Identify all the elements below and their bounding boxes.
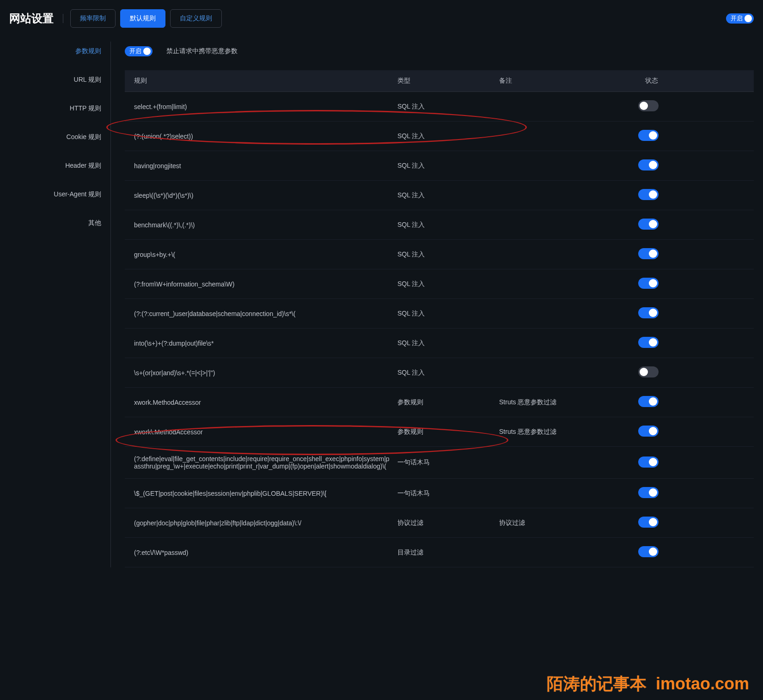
cell-type: SQL 注入	[397, 369, 499, 377]
th-status: 状态	[629, 77, 675, 85]
row-toggle[interactable]	[638, 457, 659, 468]
sidebar-item-0[interactable]: 参数规则	[9, 42, 110, 61]
watermark-left: 陌涛的记事本	[547, 673, 647, 695]
table-row: xwork.MethodAccessor参数规则Struts 恶意参数过滤	[125, 388, 754, 417]
row-toggle[interactable]	[638, 189, 659, 200]
cell-type: SQL 注入	[397, 339, 499, 347]
toggle-knob	[640, 368, 648, 376]
cell-type: 一句话木马	[397, 458, 499, 467]
row-toggle[interactable]	[638, 219, 659, 230]
watermark: 陌涛的记事本 imotao.com	[547, 673, 749, 695]
row-toggle[interactable]	[638, 366, 659, 377]
cell-rule: select.+(from|limit)	[134, 103, 397, 110]
cell-type: 参数规则	[397, 428, 499, 436]
row-toggle[interactable]	[638, 546, 659, 557]
cell-status	[629, 130, 675, 142]
cell-status	[629, 159, 675, 172]
row-toggle[interactable]	[638, 426, 659, 437]
toggle-knob	[143, 48, 151, 55]
toggle-knob	[649, 220, 657, 228]
row-toggle[interactable]	[638, 396, 659, 407]
row-toggle[interactable]	[638, 487, 659, 498]
row-toggle[interactable]	[638, 278, 659, 289]
cell-type: 目录过滤	[397, 548, 499, 557]
toggle-knob	[649, 131, 657, 140]
th-rule: 规则	[134, 77, 397, 85]
sidebar-item-1[interactable]: URL 规则	[9, 70, 110, 90]
table-row: (?:from\W+information_schema\W)SQL 注入	[125, 269, 754, 299]
table-row: (?:(union(.*?)select))SQL 注入	[125, 122, 754, 151]
section-toggle[interactable]: 开启	[125, 46, 153, 56]
toggle-knob	[649, 161, 657, 169]
row-toggle[interactable]	[638, 307, 659, 318]
row-toggle[interactable]	[638, 100, 659, 111]
tab-1[interactable]: 默认规则	[120, 9, 165, 28]
cell-status	[629, 366, 675, 379]
toggle-knob	[649, 279, 657, 287]
cell-rule: (?:(?:current_)user|database|schema|conn…	[134, 310, 397, 317]
sidebar-item-6[interactable]: 其他	[9, 213, 110, 233]
cell-type: SQL 注入	[397, 103, 499, 111]
cell-note: 协议过滤	[499, 519, 629, 527]
toggle-knob	[649, 397, 657, 406]
toggle-knob	[649, 518, 657, 526]
sidebar-item-3[interactable]: Cookie 规则	[9, 128, 110, 147]
cell-status	[629, 426, 675, 438]
cell-status	[629, 457, 675, 469]
tab-0[interactable]: 频率限制	[70, 9, 116, 28]
table-row: select.+(from|limit)SQL 注入	[125, 92, 754, 122]
table-row: \s+(or|xor|and)\s+.*(=|<|>|'|")SQL 注入	[125, 358, 754, 388]
section-description: 禁止请求中携带恶意参数	[166, 47, 238, 55]
toggle-knob	[649, 309, 657, 317]
cell-status	[629, 100, 675, 113]
cell-rule: (?:define|eval|file_get_contents|include…	[134, 455, 397, 470]
row-toggle[interactable]	[638, 248, 659, 259]
global-toggle[interactable]: 开启	[726, 13, 754, 24]
row-toggle[interactable]	[638, 159, 659, 170]
th-type: 类型	[397, 77, 499, 85]
cell-rule: (?:(union(.*?)select))	[134, 133, 397, 140]
cell-rule: sleep\((\s*)(\d*)(\s*)\)	[134, 192, 397, 199]
toggle-knob	[649, 250, 657, 258]
row-toggle[interactable]	[638, 130, 659, 141]
cell-note: Struts 恶意参数过滤	[499, 398, 629, 407]
page-title: 网站设置	[9, 11, 54, 26]
cell-note: Struts 恶意参数过滤	[499, 428, 629, 436]
sidebar-item-2[interactable]: HTTP 规则	[9, 99, 110, 118]
cell-status	[629, 487, 675, 499]
cell-rule: group\s+by.+\(	[134, 251, 397, 258]
tab-2[interactable]: 自定义规则	[170, 9, 222, 28]
toggle-label: 开启	[129, 47, 141, 55]
table-row: sleep\((\s*)(\d*)(\s*)\)SQL 注入	[125, 181, 754, 210]
cell-type: 协议过滤	[397, 519, 499, 527]
cell-rule: (?:etc\/\W*passwd)	[134, 549, 397, 556]
toggle-knob	[649, 338, 657, 347]
table-row: \$_(GET|post|cookie|files|session|env|ph…	[125, 479, 754, 508]
toggle-label: 开启	[731, 14, 743, 23]
row-toggle[interactable]	[638, 337, 659, 348]
cell-rule: having|rongjitest	[134, 162, 397, 170]
cell-type: 一句话木马	[397, 489, 499, 498]
cell-status	[629, 278, 675, 290]
sidebar-item-4[interactable]: Header 规则	[9, 156, 110, 176]
cell-type: SQL 注入	[397, 310, 499, 318]
table-row: benchmark\((.*)\,(.*)\)SQL 注入	[125, 210, 754, 240]
sidebar-item-5[interactable]: User-Agent 规则	[9, 185, 110, 204]
cell-status	[629, 517, 675, 529]
table-row: xwork\.MethodAccessor参数规则Struts 恶意参数过滤	[125, 417, 754, 447]
cell-status	[629, 396, 675, 408]
cell-rule: \s+(or|xor|and)\s+.*(=|<|>|'|")	[134, 369, 397, 377]
toggle-knob	[640, 102, 648, 110]
row-toggle[interactable]	[638, 517, 659, 528]
toggle-knob	[745, 15, 752, 22]
table-row: into(\s+)+(?:dump|out)file\s*SQL 注入	[125, 329, 754, 358]
toggle-knob	[649, 488, 657, 497]
table-row: (?:etc\/\W*passwd)目录过滤	[125, 538, 754, 567]
toggle-knob	[649, 458, 657, 466]
cell-status	[629, 546, 675, 559]
cell-type: SQL 注入	[397, 191, 499, 200]
table-row: (?:(?:current_)user|database|schema|conn…	[125, 299, 754, 329]
cell-type: SQL 注入	[397, 221, 499, 229]
cell-status	[629, 307, 675, 320]
cell-rule: (?:from\W+information_schema\W)	[134, 280, 397, 288]
